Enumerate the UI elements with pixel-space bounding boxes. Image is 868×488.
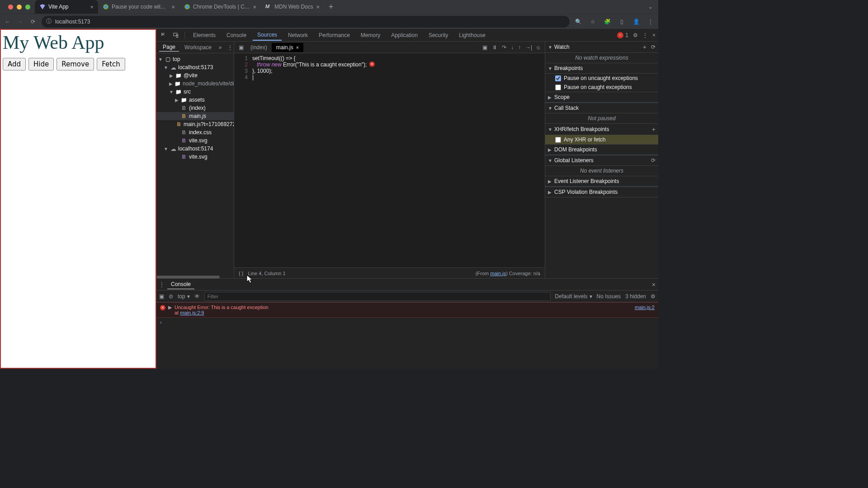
xhr-any-checkbox[interactable]: Any XHR or fetch	[545, 135, 658, 144]
close-tab-icon[interactable]: ×	[316, 4, 320, 10]
tree-nm[interactable]: ▶node_modules/vite/dist	[156, 80, 234, 88]
section-scope[interactable]: ▶Scope	[545, 92, 658, 103]
tree-vitesvg2[interactable]: 🗎vite.svg	[156, 153, 234, 161]
tree-vitesvg1[interactable]: 🗎vite.svg	[156, 136, 234, 145]
site-info-icon[interactable]: ⓘ	[46, 18, 52, 25]
panel-performance[interactable]: Performance	[314, 30, 354, 40]
navigator-scrollbar[interactable]	[156, 276, 220, 278]
drawer-kebab-icon[interactable]: ⋮	[159, 282, 165, 288]
address-bar[interactable]: ⓘ localhost:5173	[42, 16, 570, 28]
settings-icon[interactable]: ⚙	[633, 32, 638, 38]
section-watch[interactable]: ▼Watch+⟳	[545, 42, 658, 53]
error-inline-icon[interactable]: ✕	[369, 61, 375, 67]
more-icon[interactable]: ⋮	[646, 18, 655, 26]
step-out-icon[interactable]: ↑	[518, 44, 521, 51]
expand-error-icon[interactable]: ▶	[168, 305, 172, 310]
tree-vite[interactable]: ▶@vite	[156, 71, 234, 80]
panel-application[interactable]: Application	[387, 30, 422, 40]
tab-mdn[interactable]: M MDN Web Docs ×	[261, 0, 324, 14]
tree-index[interactable]: 🗎(index)	[156, 104, 234, 112]
tree-assets[interactable]: ▶assets	[156, 96, 234, 104]
close-tab-icon[interactable]: ×	[171, 4, 175, 10]
bookmark-icon[interactable]: ☆	[589, 18, 597, 26]
panel-memory[interactable]: Memory	[356, 30, 385, 40]
deactivate-breakpoints-icon[interactable]: ⦸	[537, 44, 540, 51]
hidden-count[interactable]: 3 hidden	[625, 293, 646, 300]
step-over-icon[interactable]: ↷	[502, 44, 506, 51]
window-controls[interactable]	[4, 5, 35, 9]
console-settings-icon[interactable]: ⚙	[651, 293, 656, 300]
nav-overflow-icon[interactable]: »	[217, 44, 224, 51]
pause-caught-checkbox[interactable]: Pause on caught exceptions	[545, 83, 658, 92]
tree-mainjs-q[interactable]: 🗎main.js?t=1710692729	[156, 120, 234, 128]
maximize-window-icon[interactable]	[25, 5, 30, 9]
section-breakpoints[interactable]: ▼Breakpoints	[545, 63, 658, 74]
reload-icon[interactable]: ⟳	[29, 18, 37, 26]
section-dom-breakpoints[interactable]: ▶DOM Breakpoints	[545, 144, 658, 155]
file-tree[interactable]: ▼▢top ▼localhost:5173 ▶@vite ▶node_modul…	[156, 53, 234, 278]
stack-link[interactable]: main.js:2:9	[180, 310, 204, 315]
refresh-listeners-icon[interactable]: ⟳	[651, 157, 656, 164]
console-body[interactable]: ✕ ▶ Uncaught Error: This is a caught exc…	[156, 302, 658, 369]
close-tab-icon[interactable]: ×	[296, 45, 299, 50]
extensions-icon[interactable]: 🧩	[603, 18, 611, 26]
editor-tab-index[interactable]: (index)	[246, 43, 272, 52]
panel-elements[interactable]: Elements	[189, 30, 220, 40]
nav-tab-workspace[interactable]: Workspace	[181, 43, 215, 52]
log-levels-select[interactable]: Default levels▾	[555, 293, 592, 300]
add-button[interactable]: Add	[3, 58, 26, 70]
error-source-link[interactable]: main.js:2	[635, 305, 655, 310]
add-xhr-bp-icon[interactable]: +	[652, 126, 656, 133]
tab-chrome-devtools[interactable]: Chrome DevTools | Chrome ×	[179, 0, 261, 14]
pause-resume-icon[interactable]: ⏸	[492, 44, 497, 51]
panel-security[interactable]: Security	[424, 30, 453, 40]
pretty-print-icon[interactable]: { }	[239, 271, 243, 276]
side-panel-icon[interactable]: ▯	[618, 18, 626, 26]
source-origin-link[interactable]: main.js	[490, 271, 506, 276]
tree-top[interactable]: ▼▢top	[156, 55, 234, 63]
close-devtools-icon[interactable]: ×	[652, 32, 656, 38]
hide-button[interactable]: Hide	[28, 58, 54, 70]
tree-indexcss[interactable]: 🗎index.css	[156, 128, 234, 136]
clear-console-icon[interactable]: ⊘	[169, 293, 173, 300]
close-tab-icon[interactable]: ×	[90, 4, 94, 10]
close-tab-icon[interactable]: ×	[253, 4, 256, 10]
tree-mainjs[interactable]: 🗎main.js	[156, 112, 234, 120]
section-global-listeners[interactable]: ▼Global Listeners⟳	[545, 155, 658, 166]
section-callstack[interactable]: ▼Call Stack	[545, 103, 658, 113]
fetch-button[interactable]: Fetch	[97, 58, 125, 70]
zoom-icon[interactable]: 🔍	[574, 18, 582, 26]
refresh-watch-icon[interactable]: ⟳	[651, 44, 656, 50]
close-window-icon[interactable]	[8, 5, 13, 9]
tree-host1[interactable]: ▼localhost:5173	[156, 63, 234, 71]
drawer-tab-console[interactable]: Console	[167, 280, 194, 289]
minimize-window-icon[interactable]	[17, 5, 22, 9]
add-watch-icon[interactable]: +	[643, 43, 646, 51]
inspect-icon[interactable]	[159, 30, 169, 40]
console-prompt[interactable]: ›	[156, 318, 658, 327]
remove-button[interactable]: Remove	[57, 58, 94, 70]
console-filter-input[interactable]	[204, 292, 551, 301]
error-count[interactable]: ✕1	[617, 32, 628, 38]
nav-tab-page[interactable]: Page	[159, 43, 179, 52]
panel-sources[interactable]: Sources	[253, 30, 282, 41]
section-xhr-breakpoints[interactable]: ▼XHR/fetch Breakpoints+	[545, 123, 658, 135]
step-icon[interactable]: →|	[525, 44, 532, 51]
profile-icon[interactable]: 👤	[632, 18, 640, 26]
section-event-listener-bp[interactable]: ▶Event Listener Breakpoints	[545, 176, 658, 187]
toggle-navigator-icon[interactable]: ▣	[236, 44, 246, 51]
console-context-select[interactable]: top▾	[178, 293, 190, 300]
drawer-close-icon[interactable]: ×	[652, 281, 656, 288]
console-error-row[interactable]: ✕ ▶ Uncaught Error: This is a caught exc…	[156, 302, 658, 318]
panel-console[interactable]: Console	[222, 30, 251, 40]
code-area[interactable]: 1setTimeout(() => { 2 throw new Error("T…	[234, 53, 545, 267]
kebab-icon[interactable]: ⋮	[642, 32, 648, 38]
nav-kebab-icon[interactable]: ⋮	[226, 44, 235, 51]
section-csp-bp[interactable]: ▶CSP Violation Breakpoints	[545, 187, 658, 197]
toggle-debugger-sidebar-icon[interactable]: ▣	[482, 44, 487, 51]
editor-tab-mainjs[interactable]: main.js×	[272, 43, 303, 52]
step-into-icon[interactable]: ↓	[511, 44, 514, 51]
chevron-down-icon[interactable]: ⌄	[646, 3, 655, 11]
tree-host2[interactable]: ▼localhost:5174	[156, 145, 234, 153]
tab-vite-app[interactable]: Vite App ×	[35, 0, 98, 14]
